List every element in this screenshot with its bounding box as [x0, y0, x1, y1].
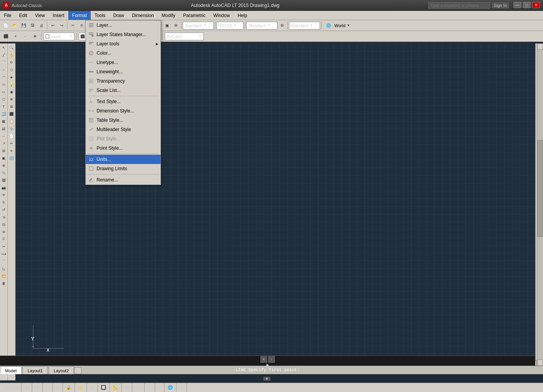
lt2-markup[interactable]: ✏ — [8, 140, 15, 147]
tb-layer-add[interactable]: + — [11, 32, 20, 41]
lt2-light[interactable]: 💡 — [8, 81, 15, 88]
tb-save[interactable]: 💾 — [19, 21, 28, 30]
layer-dropdown[interactable]: Layer ▼ — [43, 33, 74, 40]
lt-block[interactable]: ▣ — [0, 155, 7, 162]
menu-view[interactable]: View — [31, 11, 49, 20]
lt-image[interactable]: 🖼 — [0, 177, 7, 184]
menu-modify[interactable]: Modify — [158, 11, 179, 20]
lt-insert[interactable]: ⊕ — [0, 162, 7, 169]
tab-add[interactable]: + — [74, 367, 81, 374]
tb-open[interactable]: 📂 — [10, 21, 19, 30]
menu-entry-layer-states[interactable]: Layer States Manager... — [86, 30, 161, 39]
lt-hatch[interactable]: ▦ — [0, 118, 7, 125]
lt-explode[interactable]: 💥 — [0, 273, 7, 280]
lt-polygon[interactable]: ⬡ — [0, 96, 7, 103]
status-scale[interactable]: 1:1 — [132, 383, 145, 392]
status-qp[interactable]: 📐 — [110, 383, 122, 392]
menu-entry-multileader[interactable]: Multileader Style — [86, 125, 161, 134]
status-ortho[interactable]: ↩ — [43, 383, 53, 392]
lineweight-dropdown[interactable]: ByColor ▼ — [165, 33, 204, 40]
lt-ellipse[interactable]: ⬭ — [0, 81, 7, 88]
status-ducs[interactable]: ⚡ — [75, 383, 87, 392]
status-annotation[interactable]: ⚙ — [145, 383, 155, 392]
menu-entry-layer[interactable]: Layer... — [86, 21, 161, 30]
standard2-dropdown[interactable]: Standard ▼ — [289, 22, 320, 29]
tb-new[interactable]: 📄 — [2, 21, 10, 30]
iso-dropdown[interactable]: ISO-25 ▼ — [216, 22, 244, 29]
lt2-otrack[interactable]: ⊞ — [8, 103, 15, 110]
status-settings[interactable]: ⚙ — [122, 383, 132, 392]
lt2-snap[interactable]: ⊕ — [8, 96, 15, 103]
v-scrollbar[interactable]: ▲ ▼ — [537, 43, 543, 366]
scroll-down-btn[interactable]: ▼ — [537, 359, 543, 366]
lt2-zoom[interactable]: 🔍 — [8, 44, 15, 51]
status-add[interactable]: + — [155, 383, 164, 392]
menu-entry-units[interactable]: 123 Units... — [86, 155, 161, 164]
menu-draw[interactable]: Draw — [109, 11, 128, 20]
tb-copy[interactable]: ⎘ — [78, 21, 86, 30]
tab-layout2[interactable]: Layout2 — [48, 366, 74, 374]
lt-trim[interactable]: ✂ — [0, 243, 7, 250]
lt-rect[interactable]: ▭ — [0, 88, 7, 95]
menu-entry-transparency[interactable]: Transparency — [86, 76, 161, 86]
v-scroll-thumb[interactable] — [537, 140, 543, 237]
menu-help[interactable]: Help — [234, 11, 251, 20]
tb-undo[interactable]: ↩ — [48, 21, 57, 30]
lt2-xref2[interactable]: 📎 — [8, 125, 15, 132]
menu-parametric[interactable]: Parametric — [179, 11, 209, 20]
lt2-render[interactable]: ◈ — [8, 74, 15, 81]
lt-scale[interactable]: ⇲ — [0, 214, 7, 221]
tb-redo[interactable]: ↪ — [57, 21, 66, 30]
lt2-orbit[interactable]: ↻ — [8, 59, 15, 66]
lt-camera[interactable]: 📷 — [0, 184, 7, 191]
lt-leader[interactable]: ↗ — [0, 140, 7, 147]
standard-dropdown[interactable]: Standard ▼ — [183, 22, 214, 29]
menu-file[interactable]: File — [0, 11, 15, 20]
lt-erase[interactable]: 🗑 — [0, 280, 7, 287]
menu-tools[interactable]: Tools — [91, 11, 109, 20]
tab-layout1[interactable]: Layout1 — [22, 366, 48, 374]
cmd-expand-btn[interactable]: ↑ — [268, 356, 275, 363]
lt-table[interactable]: ⊞ — [0, 147, 7, 154]
tb-layer-props[interactable]: ⬛ — [2, 32, 10, 41]
lt-polyline[interactable]: ⌒ — [0, 59, 7, 66]
maximize-button[interactable]: □ — [523, 2, 531, 8]
sign-in-button[interactable]: Sign In — [492, 2, 509, 9]
lt2-field[interactable]: ≡ — [8, 147, 15, 154]
lt-circle[interactable]: ○ — [0, 66, 7, 73]
lt-gradient[interactable]: ▤ — [0, 125, 7, 132]
lt-text[interactable]: T — [0, 103, 7, 110]
lt2-wireframe[interactable]: ⬡ — [8, 66, 15, 73]
lt-select[interactable]: ↖ — [0, 44, 7, 51]
scroll-up-btn[interactable]: ▲ — [537, 43, 543, 50]
lt-arc[interactable]: ◠ — [0, 74, 7, 81]
status-model[interactable]: MODEL — [0, 383, 22, 392]
status-config[interactable]: ⚙ — [176, 383, 187, 392]
cmd-input[interactable] — [240, 372, 295, 377]
status-dyn[interactable]: ▲ — [87, 383, 98, 392]
status-grid[interactable]: ▦ — [22, 383, 32, 392]
lt2-material[interactable]: ◉ — [8, 88, 15, 95]
lt2-sheet[interactable]: 📄 — [8, 133, 15, 140]
tb-saveas[interactable]: 🖫 — [28, 21, 37, 30]
menu-entry-rename[interactable]: Rename... — [86, 175, 161, 185]
close-button[interactable]: ✕ — [532, 2, 540, 8]
lt-move[interactable]: ✛ — [0, 192, 7, 199]
cmd-close-btn[interactable]: ✕ — [260, 356, 267, 363]
menu-entry-color[interactable]: Color... — [86, 48, 161, 58]
menu-dimension[interactable]: Dimension — [128, 11, 158, 20]
menu-entry-layer-tools[interactable]: Layer tools — [86, 39, 161, 48]
tb-layer-freeze[interactable]: ❄ — [31, 32, 39, 41]
lt2-pan[interactable]: ✋ — [8, 52, 15, 59]
tb-navsvc[interactable]: ⚙ — [171, 21, 180, 30]
tab-model[interactable]: Model — [0, 366, 22, 374]
menu-entry-linetype[interactable]: Linetype... — [86, 58, 161, 67]
minimize-button[interactable]: — — [514, 2, 521, 8]
menu-entry-lineweight[interactable]: Lineweight... — [86, 67, 161, 76]
menu-entry-drawing-limits[interactable]: Drawing Limits — [86, 164, 161, 173]
lt-multiline-text[interactable]: 🔤 — [0, 111, 7, 117]
lt-rotate[interactable]: ↺ — [0, 206, 7, 213]
lt-xref[interactable]: 📎 — [0, 169, 7, 176]
menu-edit[interactable]: Edit — [15, 11, 31, 20]
status-workspace[interactable]: 🌐 — [164, 383, 176, 392]
